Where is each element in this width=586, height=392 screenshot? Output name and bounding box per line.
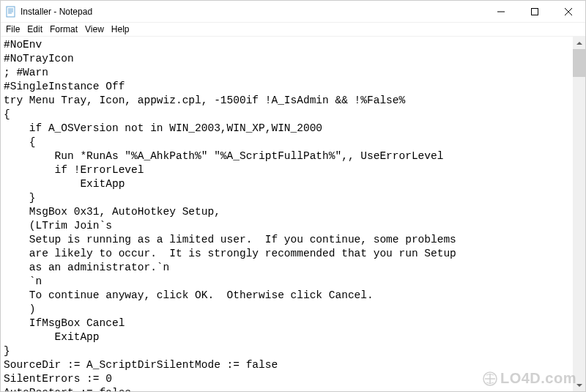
- menu-file[interactable]: File: [2, 23, 23, 35]
- scroll-thumb[interactable]: [573, 49, 585, 77]
- svg-rect-6: [532, 8, 538, 15]
- window-controls: [484, 1, 585, 22]
- scroll-up-button[interactable]: [573, 37, 585, 49]
- vertical-scrollbar[interactable]: [573, 37, 585, 391]
- minimize-button[interactable]: [484, 1, 518, 22]
- scroll-down-button[interactable]: [573, 379, 585, 391]
- menu-help[interactable]: Help: [108, 23, 133, 35]
- menu-edit[interactable]: Edit: [23, 23, 46, 35]
- notepad-icon: [5, 6, 17, 18]
- titlebar: Installer - Notepad: [1, 1, 585, 23]
- menu-view[interactable]: View: [81, 23, 108, 35]
- menu-format[interactable]: Format: [46, 23, 81, 35]
- close-button[interactable]: [552, 1, 585, 22]
- window-title: Installer - Notepad: [21, 7, 484, 17]
- menubar: File Edit Format View Help: [1, 23, 585, 37]
- maximize-button[interactable]: [518, 1, 552, 22]
- text-editor[interactable]: #NoEnv #NoTrayIcon ; #Warn #SingleInstan…: [1, 37, 573, 391]
- editor-area: #NoEnv #NoTrayIcon ; #Warn #SingleInstan…: [1, 37, 585, 391]
- scroll-track[interactable]: [573, 49, 585, 379]
